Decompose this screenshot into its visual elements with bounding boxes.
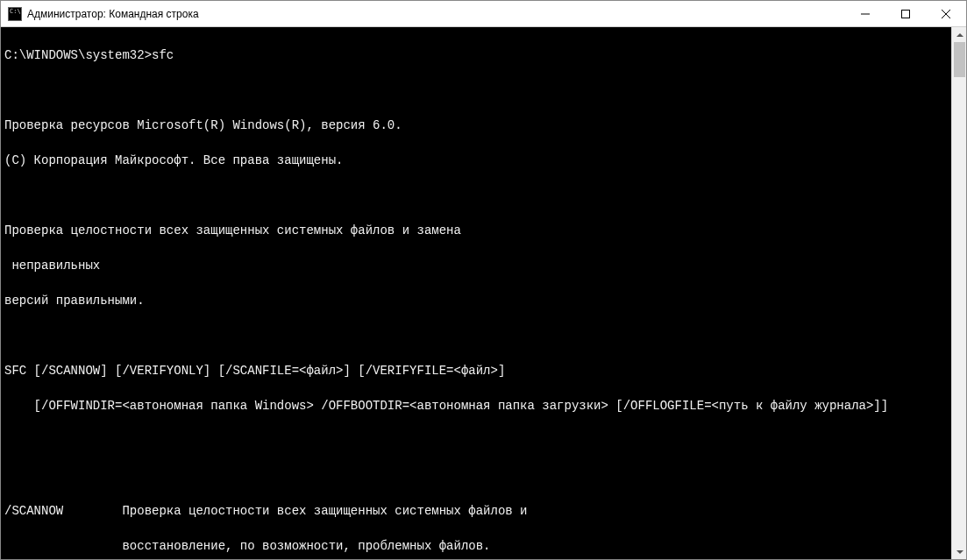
chevron-down-icon (956, 550, 963, 554)
syntax-line: SFC [/SCANNOW] [/VERIFYONLY] [/SCANFILE=… (4, 362, 948, 379)
window-title: Администратор: Командная строка (27, 8, 845, 20)
cmd-icon (8, 7, 22, 21)
description-line: неправильных (4, 257, 948, 274)
window-frame: Администратор: Командная строка C:\WINDO… (0, 0, 967, 560)
copyright-line: (C) Корпорация Майкрософт. Все права защ… (4, 152, 948, 169)
chevron-up-icon (956, 33, 963, 37)
svg-rect-1 (902, 10, 910, 18)
scroll-down-button[interactable] (952, 544, 967, 559)
console-output[interactable]: C:\WINDOWS\system32>sfc Проверка ресурсо… (1, 27, 951, 559)
description-line: Проверка целостности всех защищенных сис… (4, 222, 948, 239)
blank-line (4, 467, 948, 485)
blank-line (4, 432, 948, 450)
svg-marker-4 (956, 33, 963, 37)
option-scannow: восстановление, по возможности, проблемн… (4, 537, 948, 555)
scroll-up-button[interactable] (952, 27, 967, 42)
maximize-button[interactable] (885, 1, 926, 26)
header-line: Проверка ресурсов Microsoft(R) Windows(R… (4, 117, 948, 134)
scroll-thumb[interactable] (954, 42, 965, 77)
window-controls (845, 1, 966, 26)
vertical-scrollbar[interactable] (951, 27, 966, 559)
blank-line (4, 187, 948, 204)
titlebar[interactable]: Администратор: Командная строка (1, 1, 966, 27)
minimize-button[interactable] (845, 1, 885, 26)
description-line: версий правильными. (4, 292, 948, 309)
blank-line (4, 327, 948, 344)
client-area: C:\WINDOWS\system32>sfc Проверка ресурсо… (1, 27, 966, 559)
minimize-icon (861, 10, 870, 18)
maximize-icon (901, 10, 910, 18)
close-button[interactable] (926, 1, 966, 26)
syntax-line: [/OFFWINDIR=<автономная папка Windows> /… (4, 397, 948, 415)
prompt-line: C:\WINDOWS\system32>sfc (4, 46, 948, 64)
blank-line (4, 82, 948, 99)
svg-marker-5 (956, 550, 963, 554)
option-scannow: /SCANNOW Проверка целостности всех защищ… (4, 502, 948, 520)
close-icon (942, 10, 950, 18)
